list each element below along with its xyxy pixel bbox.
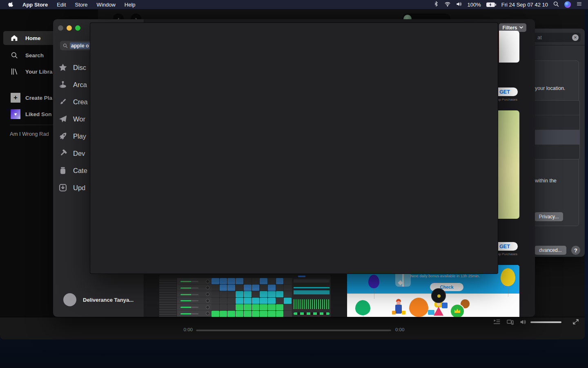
- loop-cell: [268, 291, 276, 297]
- spotlight-icon[interactable]: [553, 1, 559, 8]
- menu-edit[interactable]: Edit: [57, 2, 66, 8]
- sidebar-item-label: Liked Son: [25, 111, 52, 117]
- menu-help[interactable]: Help: [125, 2, 136, 8]
- menu-window[interactable]: Window: [97, 2, 116, 8]
- app-screenshot-card[interactable]: [495, 110, 519, 219]
- volume-icon[interactable]: [456, 1, 462, 8]
- account-avatar[interactable]: [63, 293, 76, 306]
- progress-bar[interactable]: [196, 330, 391, 331]
- vinyl-record: [431, 288, 446, 303]
- track-row: [177, 310, 212, 317]
- volume-slider[interactable]: [530, 321, 561, 323]
- battery-icon[interactable]: [486, 2, 496, 7]
- balloon-yellow: [501, 268, 515, 286]
- privacy-button[interactable]: Privacy...: [535, 212, 563, 221]
- loop-cell: [236, 304, 243, 310]
- siri-icon[interactable]: [564, 1, 571, 8]
- loop-cell: [276, 278, 284, 284]
- volume-icon[interactable]: [520, 319, 527, 327]
- app-location-list[interactable]: [534, 100, 580, 159]
- shopping-bag: [392, 311, 396, 314]
- in-app-purchases-caption: op Purchases: [497, 98, 517, 101]
- advanced-button[interactable]: dvanced...: [535, 246, 566, 255]
- loop-cell: [276, 304, 284, 310]
- track-row: [177, 291, 212, 298]
- jar-icon: [59, 166, 67, 175]
- loop-cell: [244, 311, 252, 317]
- queue-icon[interactable]: [493, 319, 500, 327]
- loop-cell: [276, 298, 284, 304]
- loop-cell: [220, 285, 227, 291]
- minimize-button[interactable]: [67, 25, 72, 31]
- track-row: [177, 304, 212, 310]
- illustration-characters: [347, 294, 519, 317]
- zoom-button[interactable]: [75, 25, 80, 31]
- elapsed-time: 0:00: [176, 327, 193, 332]
- loop-cell: [260, 285, 267, 291]
- loop-cell: [252, 291, 260, 297]
- list-row[interactable]: [535, 115, 579, 130]
- arcade-icon: [59, 81, 67, 89]
- loop-cell: [276, 285, 284, 291]
- loop-cell: [212, 278, 219, 284]
- heart-icon: ♥: [11, 109, 20, 119]
- loop-cell: [244, 285, 252, 291]
- control-list-icon[interactable]: [576, 1, 582, 8]
- within-the-text: within the: [535, 178, 557, 184]
- prefs-search-value: at: [537, 34, 542, 40]
- bluetooth-icon[interactable]: [434, 1, 439, 8]
- loop-cell: [236, 311, 243, 317]
- loop-cell: [227, 304, 235, 310]
- track-header-column: [177, 278, 212, 317]
- paintbrush-icon: [59, 98, 67, 106]
- loop-cell: [220, 311, 227, 317]
- list-row[interactable]: [535, 101, 579, 115]
- menubar-app-name[interactable]: App Store: [22, 2, 48, 8]
- clear-search-icon[interactable]: ✕: [572, 34, 579, 41]
- desktop: App Store Edit Store Window Help 100% Fr…: [0, 0, 588, 368]
- loop-cell: [284, 298, 292, 304]
- sidebar-item-label: Home: [25, 35, 41, 41]
- devices-icon[interactable]: [507, 319, 514, 327]
- fullscreen-icon[interactable]: [572, 319, 579, 327]
- sidebar-item-label: Wor: [73, 115, 85, 123]
- loop-cell: [236, 298, 243, 304]
- loop-cell: [260, 298, 267, 304]
- list-row-selected[interactable]: [535, 130, 579, 145]
- waveform-cyan-block: [294, 290, 330, 294]
- help-button[interactable]: ?: [571, 246, 580, 255]
- waveform-panel: [292, 278, 331, 317]
- loop-cell: [268, 278, 276, 284]
- sidebar-item-label: Play: [73, 132, 86, 140]
- close-button[interactable]: [58, 25, 63, 31]
- sidebar-item-label: Arca: [73, 81, 87, 89]
- loop-cell: [220, 278, 227, 284]
- search-icon: [11, 52, 18, 59]
- track-row: [177, 278, 212, 285]
- playlist-item[interactable]: Am I Wrong Rad: [10, 131, 49, 137]
- loop-cell: [220, 291, 227, 297]
- loop-cell: [252, 278, 260, 284]
- wifi-icon[interactable]: [444, 1, 451, 8]
- crown-badge: [450, 304, 465, 317]
- hammer-icon: [59, 149, 67, 157]
- app-screenshot-card[interactable]: [495, 31, 519, 63]
- loop-cell: [252, 304, 260, 310]
- waveform-ruler: [294, 279, 330, 283]
- loop-cell: [276, 311, 284, 317]
- account-name[interactable]: Deliverance Tanya...: [83, 297, 134, 303]
- loop-cell: [227, 285, 235, 291]
- loop-cell: [284, 291, 292, 297]
- apple-menu-icon[interactable]: [8, 2, 14, 9]
- menu-store[interactable]: Store: [75, 2, 88, 8]
- menubar-clock[interactable]: Fri 24 Sep 07 42 10: [501, 2, 548, 8]
- loop-cell: [212, 311, 219, 317]
- list-row[interactable]: [535, 145, 579, 159]
- loop-cell: [268, 285, 276, 291]
- sidebar-item-label: Crea: [73, 98, 88, 106]
- balloon-purple: [368, 275, 379, 288]
- loop-cell: [252, 285, 260, 291]
- menu-bar: App Store Edit Store Window Help 100% Fr…: [0, 0, 588, 9]
- shopping-bag: [402, 311, 405, 314]
- garageband-screenshot[interactable]: [159, 275, 331, 317]
